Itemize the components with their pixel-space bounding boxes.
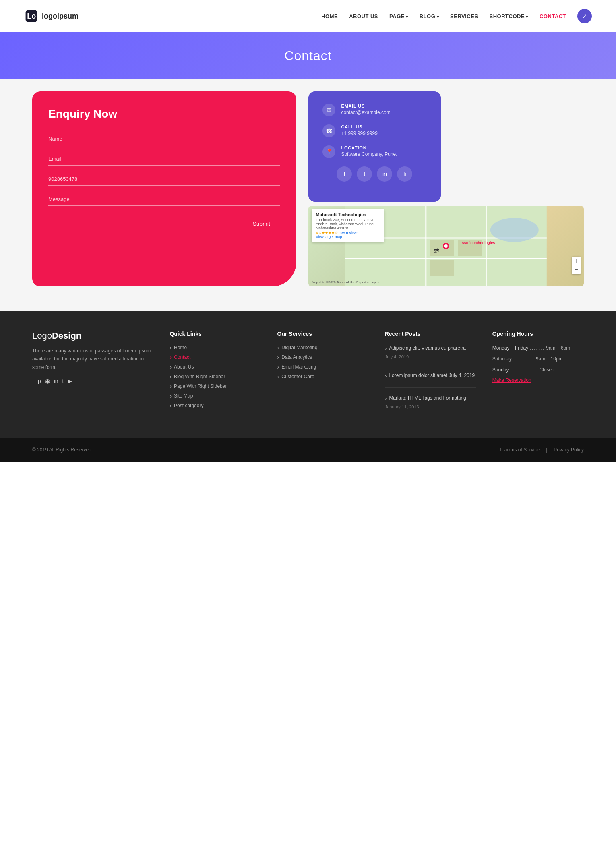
footer-link-contact[interactable]: Contact — [170, 354, 261, 360]
footer-bottom: © 2019 All Rights Reserved Tearrms of Se… — [0, 438, 616, 462]
enquiry-title: Enquiry Now — [48, 108, 280, 120]
email-value: contact@example.com — [341, 110, 390, 115]
zoom-in-button[interactable]: + — [572, 257, 581, 265]
footer-top: LogoDesign There are many variations of … — [0, 311, 616, 438]
footer-link-post-category[interactable]: Post catgeory — [170, 402, 261, 409]
location-value: Software Company, Pune. — [341, 151, 397, 157]
nav-shortcode[interactable]: SHORTCODE — [490, 13, 528, 19]
email-label: EMAIL US — [341, 104, 390, 108]
instagram-icon[interactable]: in — [377, 166, 392, 182]
nav-blog[interactable]: BLOG — [420, 13, 439, 19]
footer-link-blog-sidebar[interactable]: Blog With Right Sidebar — [170, 373, 261, 380]
footer-services-col: Our Services Digital Marketing Data Anal… — [277, 331, 369, 422]
nav-services[interactable]: SERVICES — [450, 13, 478, 19]
map-address: Landmark 203, Second Floor, Above Andhra… — [316, 218, 380, 230]
recent-post-1-date: July 4, 2019 — [385, 354, 476, 359]
submit-button[interactable]: Submit — [243, 217, 280, 230]
opening-monday: Monday – Friday ....... 9am – 6pm — [492, 344, 584, 352]
privacy-link[interactable]: Privacy Policy — [554, 447, 584, 453]
recent-post-1: Adipiscing elit. Vivamus eu pharetra Jul… — [385, 344, 476, 365]
logo-text: logoipsum — [42, 12, 79, 21]
footer-quick-links-col: Quick Links Home Contact About Us Blog W… — [170, 331, 261, 422]
map-container: ssoft Technologies पुणे Mplussoft Techno… — [308, 206, 584, 286]
map-info-box: Mplussoft Technologies Landmark 203, Sec… — [312, 209, 384, 242]
footer-link-page-sidebar[interactable]: Page With Right Sidebar — [170, 383, 261, 389]
phone-label: CALL US — [341, 124, 377, 129]
footer-bottom-links: Tearrms of Service | Privacy Policy — [499, 447, 584, 453]
footer-service-data[interactable]: Data Analytics — [277, 354, 369, 360]
nav-about[interactable]: ABOUT US — [349, 13, 378, 19]
svg-text:Lo: Lo — [27, 12, 36, 20]
footer-link-home[interactable]: Home — [170, 344, 261, 351]
email-input[interactable] — [48, 153, 280, 166]
facebook-icon[interactable]: f — [337, 166, 352, 182]
svg-text:ssoft Technologies: ssoft Technologies — [462, 241, 495, 245]
recent-post-1-title[interactable]: Adipiscing elit. Vivamus eu pharetra — [385, 344, 476, 353]
twitter-icon[interactable]: t — [357, 166, 372, 182]
map-view-larger[interactable]: View larger map — [316, 235, 380, 239]
main-nav: HOME ABOUT US PAGE BLOG SERVICES SHORTCO… — [321, 9, 592, 23]
enquiry-form-card: Enquiry Now Submit — [32, 91, 296, 286]
zoom-out-button[interactable]: − — [572, 265, 581, 274]
footer-service-email[interactable]: Email Marketing — [277, 364, 369, 370]
recent-post-2-title[interactable]: Lorem ipsum dolor sit amet July 4, 2019 — [385, 372, 476, 380]
opening-saturday: Saturday .......... 9am – 10pm — [492, 355, 584, 363]
terms-link[interactable]: Tearrms of Service — [499, 447, 540, 453]
svg-point-12 — [444, 244, 448, 248]
footer-instagram-icon[interactable]: ◉ — [45, 378, 50, 384]
footer-logo: LogoDesign — [32, 331, 153, 341]
footer-twitter-icon[interactable]: t — [62, 378, 64, 384]
map-footer-text: Map data ©2020 Terms of Use Report a map… — [312, 280, 380, 284]
footer-youtube-icon[interactable]: ▶ — [68, 378, 72, 384]
header: Lo logoipsum HOME ABOUT US PAGE BLOG SER… — [0, 0, 616, 32]
page-title: Contact — [0, 48, 616, 63]
footer-pinterest-icon[interactable]: p — [38, 378, 41, 384]
map-zoom-controls: + − — [572, 257, 581, 274]
phone-icon: ☎ — [322, 124, 335, 137]
map-visual: ssoft Technologies पुणे Mplussoft Techno… — [308, 206, 584, 286]
main-content: Enquiry Now Submit ✉ EMAIL US contact@ex… — [0, 79, 616, 311]
contact-info-section: ✉ EMAIL US contact@example.com ☎ CALL US… — [308, 91, 584, 286]
footer-linkedin-icon[interactable]: in — [54, 378, 58, 384]
location-icon: 📍 — [322, 145, 335, 158]
recent-post-3-date: January 11, 2013 — [385, 404, 476, 409]
location-label: LOCATION — [341, 145, 397, 150]
footer-brand-col: LogoDesign There are many variations of … — [32, 331, 153, 422]
name-input[interactable] — [48, 133, 280, 145]
map-rating: 4.3 ★★★★☆ 135 reviews — [316, 231, 380, 235]
svg-text:पुणे: पुणे — [434, 248, 439, 253]
svg-rect-7 — [430, 240, 454, 256]
footer-link-sitemap[interactable]: Site Map — [170, 393, 261, 399]
footer-link-about[interactable]: About Us — [170, 364, 261, 370]
recent-post-3: Markup: HTML Tags and Formatting January… — [385, 394, 476, 415]
phone-value: +1 999 999 9999 — [341, 130, 377, 136]
email-icon: ✉ — [322, 104, 335, 116]
nav-page[interactable]: PAGE — [389, 13, 408, 19]
footer-social-icons: f p ◉ in t ▶ — [32, 378, 153, 384]
contact-info-card: ✉ EMAIL US contact@example.com ☎ CALL US… — [308, 91, 440, 202]
phone-info-row: ☎ CALL US +1 999 999 9999 — [322, 124, 426, 137]
phone-input[interactable] — [48, 173, 280, 186]
opening-sunday: Sunday ............. Closed — [492, 366, 584, 374]
footer-description: There are many variations of passages of… — [32, 347, 153, 371]
copyright-text: © 2019 All Rights Reserved — [32, 447, 91, 453]
opening-hours-title: Opening Hours — [492, 331, 584, 337]
nav-home[interactable]: HOME — [321, 13, 338, 19]
logo-icon: Lo — [24, 9, 39, 23]
footer-service-digital[interactable]: Digital Marketing — [277, 344, 369, 351]
footer: LogoDesign There are many variations of … — [0, 311, 616, 462]
nav-contact[interactable]: CONTACT — [540, 13, 566, 19]
message-input[interactable] — [48, 193, 280, 206]
social-icons-row: f t in li — [322, 166, 426, 182]
footer-service-customer[interactable]: Customer Care — [277, 373, 369, 380]
svg-point-10 — [490, 218, 539, 242]
recent-post-3-title[interactable]: Markup: HTML Tags and Formatting — [385, 394, 476, 403]
footer-facebook-icon[interactable]: f — [32, 378, 34, 384]
footer-opening-hours-col: Opening Hours Monday – Friday ....... 9a… — [492, 331, 584, 422]
contact-section: Enquiry Now Submit ✉ EMAIL US contact@ex… — [32, 79, 584, 286]
share-button[interactable]: ⤢ — [577, 9, 592, 23]
quick-links-title: Quick Links — [170, 331, 261, 337]
reservation-link[interactable]: Make Reservation — [492, 377, 584, 383]
linkedin-icon[interactable]: li — [397, 166, 412, 182]
email-info-row: ✉ EMAIL US contact@example.com — [322, 104, 426, 116]
